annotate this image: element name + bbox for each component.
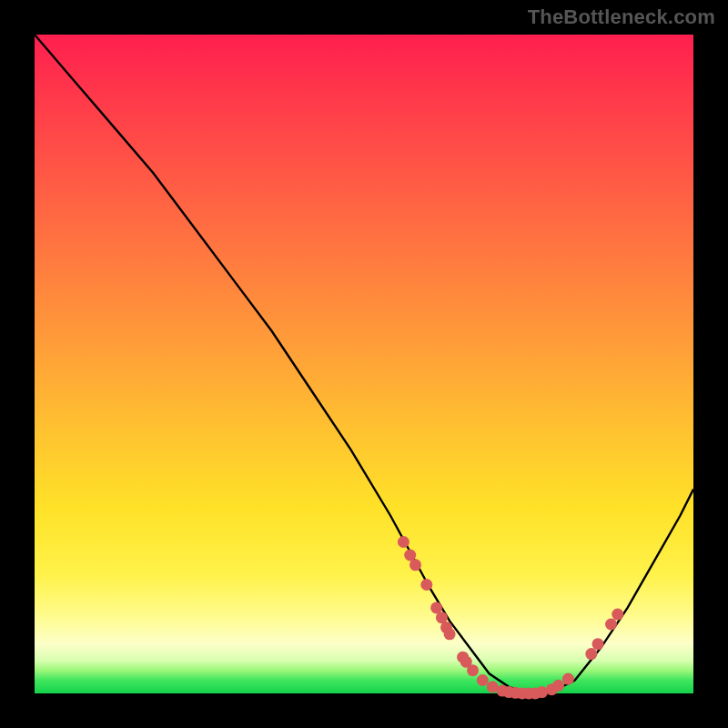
watermark-text: TheBottleneck.com bbox=[528, 5, 715, 29]
curve-marker bbox=[585, 648, 597, 660]
curve-marker bbox=[477, 674, 489, 686]
curve-marker bbox=[562, 673, 574, 685]
curve-marker bbox=[605, 619, 617, 631]
curve-marker bbox=[612, 609, 623, 621]
curve-marker bbox=[552, 680, 564, 692]
curve-marker bbox=[398, 536, 410, 548]
bottleneck-curve bbox=[35, 35, 693, 693]
curve-svg bbox=[35, 35, 693, 693]
curve-marker bbox=[592, 638, 604, 650]
plot-area bbox=[35, 35, 693, 693]
curve-marker bbox=[444, 628, 456, 640]
curve-markers bbox=[398, 536, 623, 700]
curve-marker bbox=[467, 664, 479, 676]
chart-frame: TheBottleneck.com bbox=[0, 0, 728, 728]
curve-marker bbox=[420, 579, 432, 591]
curve-marker bbox=[410, 559, 421, 571]
